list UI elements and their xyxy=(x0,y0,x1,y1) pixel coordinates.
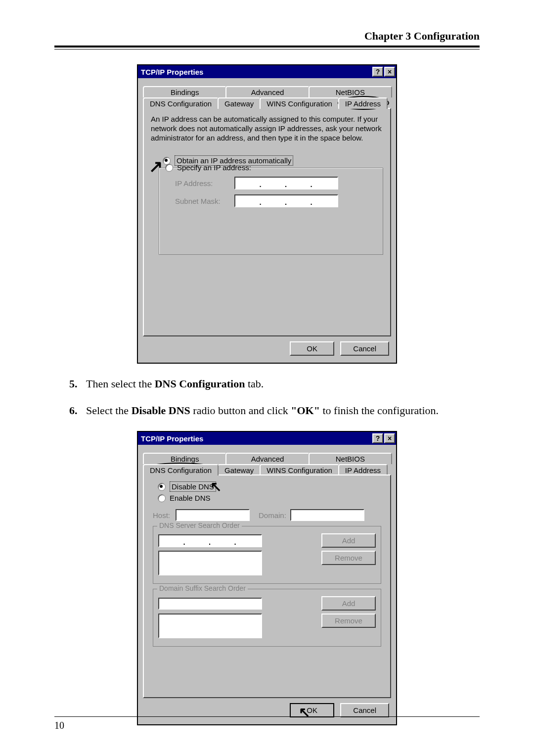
cancel-button[interactable]: Cancel xyxy=(340,703,389,717)
step-text: Then select the DNS Configuration tab. xyxy=(86,378,480,390)
ip-address-input[interactable] xyxy=(234,177,338,189)
help-button[interactable]: ? xyxy=(372,433,383,443)
radio-disable-label: Disable DNS xyxy=(170,481,216,492)
dialog-title: TCP/IP Properties xyxy=(141,68,371,76)
tab-gateway[interactable]: Gateway xyxy=(218,97,261,109)
arrow-annotation: ↗ xyxy=(149,156,163,176)
suffix-remove-button[interactable]: Remove xyxy=(321,614,376,628)
close-button[interactable]: × xyxy=(384,433,395,443)
ip-address-label: IP Address: xyxy=(175,179,234,188)
tab-ip-address[interactable]: IP Address xyxy=(338,97,388,109)
header-rule xyxy=(54,46,480,49)
page-number: 10 xyxy=(54,720,480,731)
host-input[interactable] xyxy=(176,509,250,521)
tcpip-dialog-2: TCP/IP Properties ? × Bindings Advanced … xyxy=(137,431,397,725)
tab-netbios[interactable]: NetBIOS xyxy=(309,86,392,97)
titlebar: TCP/IP Properties ? × xyxy=(138,65,396,78)
host-label: Host: xyxy=(153,511,176,520)
radio-enable-dns[interactable]: Enable DNS xyxy=(158,494,383,502)
dns-server-input[interactable] xyxy=(158,534,262,547)
tab-ip-address[interactable]: IP Address xyxy=(338,464,388,475)
tab-gateway[interactable]: Gateway xyxy=(218,464,261,475)
tab-advanced[interactable]: Advanced xyxy=(225,86,309,97)
cancel-button[interactable]: Cancel xyxy=(340,341,389,356)
footer-rule xyxy=(54,716,480,717)
radio-dot-icon xyxy=(165,164,173,172)
ip-description: An IP address can be automatically assig… xyxy=(151,115,383,142)
tab-dns-config[interactable]: DNS Configuration xyxy=(143,97,219,109)
dns-server-list[interactable] xyxy=(158,551,262,575)
step-number: 6. xyxy=(69,404,86,417)
tab-dns-config[interactable]: DNS Configuration xyxy=(143,464,219,475)
tab-wins[interactable]: WINS Configuration xyxy=(260,97,339,109)
radio-specify-label: Specify an IP address: xyxy=(177,163,251,172)
radio-disable-dns[interactable]: Disable DNS xyxy=(158,481,383,492)
tab-bindings[interactable]: Bindings xyxy=(143,86,226,97)
tab-advanced[interactable]: Advanced xyxy=(225,453,309,464)
step-5: 5. Then select the DNS Configuration tab… xyxy=(69,378,480,390)
page-header: Chapter 3 Configuration xyxy=(54,30,480,43)
step-text: Select the Disable DNS radio button and … xyxy=(86,404,480,417)
radio-dot-icon xyxy=(158,494,166,502)
tcpip-dialog-1: TCP/IP Properties ? × Bindings Advanced … xyxy=(137,64,397,364)
tab-netbios[interactable]: NetBIOS xyxy=(309,453,392,464)
step-6: 6. Select the Disable DNS radio button a… xyxy=(69,404,480,417)
help-button[interactable]: ? xyxy=(372,67,383,77)
dns-remove-button[interactable]: Remove xyxy=(321,551,376,565)
titlebar: TCP/IP Properties ? × xyxy=(138,432,396,445)
suffix-input[interactable] xyxy=(158,598,262,610)
domain-label: Domain: xyxy=(259,511,290,520)
suffix-add-button[interactable]: Add xyxy=(321,596,376,611)
radio-enable-label: Enable DNS xyxy=(170,494,211,502)
close-button[interactable]: × xyxy=(384,67,395,77)
group-title: Domain Suffix Search Order xyxy=(157,584,248,592)
domain-input[interactable] xyxy=(290,509,364,521)
dns-add-button[interactable]: Add xyxy=(321,533,376,548)
group-title: DNS Server Search Order xyxy=(157,521,242,529)
tab-wins[interactable]: WINS Configuration xyxy=(260,464,339,475)
subnet-mask-label: Subnet Mask: xyxy=(175,197,234,205)
tab-panel-ip: An IP address can be automatically assig… xyxy=(143,108,391,336)
ok-button[interactable]: OK xyxy=(290,703,334,717)
tab-panel-dns: Disable DNS ↖ Enable DNS Host: Domain: xyxy=(143,474,391,698)
domain-suffix-group: Domain Suffix Search Order Add Remove xyxy=(153,589,381,647)
radio-dot-icon xyxy=(158,483,166,491)
step-number: 5. xyxy=(69,378,86,390)
dns-search-order-group: DNS Server Search Order Add xyxy=(153,526,381,584)
subnet-mask-input[interactable] xyxy=(234,194,338,207)
specify-groupbox: Specify an IP address: IP Address: xyxy=(159,168,383,255)
suffix-list[interactable] xyxy=(158,614,262,638)
arrow-annotation: ↖ xyxy=(210,478,222,495)
dialog-title: TCP/IP Properties xyxy=(141,434,371,443)
ok-button[interactable]: OK xyxy=(290,341,334,356)
